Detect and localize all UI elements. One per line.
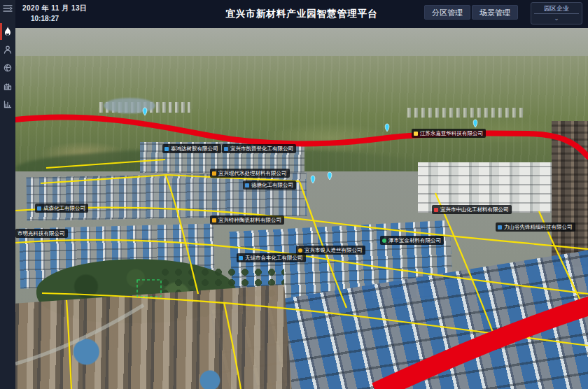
company-name: 德塘化工有限公司 bbox=[251, 182, 293, 189]
company-name: 宜兴市中山化工材料有限公司 bbox=[440, 206, 509, 213]
company-label[interactable]: 宜兴市银人造丝有限公司 bbox=[296, 246, 365, 255]
sidebar-item-globe[interactable] bbox=[0, 59, 15, 77]
company-name: 力山谷先锋精细科技有限公司 bbox=[504, 224, 573, 231]
company-label[interactable]: 宜兴市凯普登化工有限公司 bbox=[222, 144, 296, 153]
sidebar-item-enterprises[interactable] bbox=[0, 77, 15, 95]
company-label[interactable]: 无锡市合丰化工有限公司 bbox=[237, 253, 306, 262]
company-name: 宜兴市凯普登化工有限公司 bbox=[230, 146, 293, 153]
company-name: 无锡市合丰化工有限公司 bbox=[245, 255, 303, 262]
factory-icon bbox=[4, 82, 12, 90]
left-sidebar bbox=[0, 0, 15, 389]
park-enterprise-dropdown[interactable]: 园区企业 ⌄ bbox=[531, 2, 582, 24]
pond bbox=[104, 98, 155, 113]
company-label[interactable]: 宜兴特种陶瓷材料有限公司 bbox=[210, 215, 284, 225]
company-label[interactable]: 江苏永嘉亚华科技有限公司 bbox=[412, 129, 486, 138]
company-marker-icon bbox=[498, 225, 502, 229]
globe-icon bbox=[4, 64, 12, 72]
company-label[interactable]: 宜兴现代水处理材料有限公司 bbox=[210, 169, 290, 178]
company-name: 宜兴现代水处理材料有限公司 bbox=[218, 170, 287, 177]
company-label[interactable]: 宜兴市中山化工材料有限公司 bbox=[432, 205, 512, 214]
bar-chart-icon bbox=[4, 100, 12, 108]
dropdown-divider bbox=[534, 13, 579, 14]
hamburger-menu-icon bbox=[3, 4, 13, 13]
dropdown-label: 园区企业 bbox=[531, 4, 582, 13]
sidebar-item-personnel[interactable] bbox=[0, 41, 15, 59]
company-name: 宜兴市银人造丝有限公司 bbox=[304, 247, 363, 254]
chevron-down-icon: ⌄ bbox=[531, 15, 582, 22]
highrise-block bbox=[552, 121, 588, 267]
company-name: 宜兴特种陶瓷材料有限公司 bbox=[218, 217, 281, 224]
company-name: 江苏永嘉亚华科技有限公司 bbox=[420, 130, 483, 137]
company-label[interactable]: 泰鸿达树胶有限公司 bbox=[162, 144, 221, 153]
person-icon bbox=[4, 45, 12, 54]
app-root: 泰鸿达树胶有限公司 宜兴市凯普登化工有限公司 宜兴现代水处理材料有限公司 德塘化… bbox=[0, 0, 588, 389]
company-label[interactable]: 成森化工有限公司 bbox=[35, 204, 88, 213]
company-marker-icon bbox=[224, 147, 228, 151]
company-marker-icon bbox=[298, 248, 302, 253]
company-label[interactable]: 潭市宝金材料有限公司 bbox=[380, 236, 444, 245]
company-label[interactable]: 市明光科技有限公司 bbox=[15, 229, 68, 238]
company-name: 成森化工有限公司 bbox=[43, 205, 85, 212]
company-name: 泰鸿达树胶有限公司 bbox=[171, 146, 218, 153]
company-marker-icon bbox=[434, 208, 438, 212]
company-marker-icon bbox=[212, 171, 216, 176]
distant-buildings bbox=[407, 108, 526, 118]
company-label[interactable]: 德塘化工有限公司 bbox=[243, 181, 296, 190]
factory-cluster-mid bbox=[26, 173, 307, 221]
company-marker-icon bbox=[245, 183, 249, 188]
sidebar-item-statistics[interactable] bbox=[0, 95, 15, 113]
company-name: 市明光科技有限公司 bbox=[18, 230, 65, 237]
company-name: 潭市宝金材料有限公司 bbox=[388, 237, 441, 244]
company-marker-icon bbox=[414, 132, 418, 136]
top-header: 2020 年 11 月 13日 10:18:27 宜兴市新材料产业园智慧管理平台… bbox=[15, 0, 588, 28]
factory-cluster-southwest bbox=[15, 285, 293, 389]
company-marker-icon bbox=[212, 218, 216, 222]
scene-management-button[interactable]: 场景管理 bbox=[472, 5, 518, 20]
sidebar-menu-toggle[interactable] bbox=[0, 0, 15, 17]
company-marker-icon bbox=[37, 206, 41, 211]
company-label[interactable]: 力山谷先锋精细科技有限公司 bbox=[496, 222, 575, 232]
sidebar-item-fire-monitor[interactable] bbox=[0, 22, 15, 41]
company-marker-icon bbox=[239, 256, 243, 260]
zone-management-button[interactable]: 分区管理 bbox=[424, 5, 470, 20]
company-marker-icon bbox=[382, 239, 386, 243]
company-marker-icon bbox=[164, 147, 169, 151]
flame-icon bbox=[4, 27, 12, 36]
